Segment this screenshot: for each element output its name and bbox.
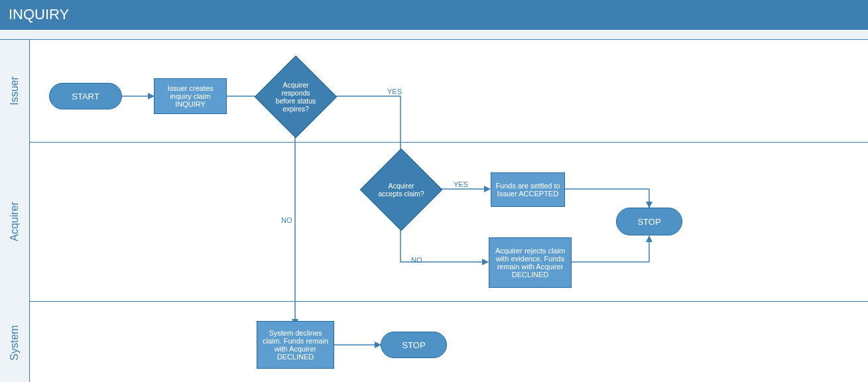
lane-label-issuer: Issuer xyxy=(0,40,30,142)
node-text: Acquirer responds before status expires? xyxy=(267,68,324,125)
start-terminator: START xyxy=(49,83,122,109)
swimlanes: Issuer Acquirer System xyxy=(0,40,868,382)
lane-label-text: System xyxy=(9,325,21,360)
system-declines-box: System declines claim. Funds remain with… xyxy=(257,321,334,369)
edge-label-no1: NO xyxy=(281,216,292,224)
funds-settled-box: Funds are settled to Issuer ACCEPTED xyxy=(491,172,565,207)
separator xyxy=(0,29,868,40)
lane-label-acquirer: Acquirer xyxy=(0,142,30,301)
acquirer-rejects-box: Acquirer rejects claim with evidence. Fu… xyxy=(489,237,572,288)
issuer-creates-box: Issuer creates inquiry claim INQUIRY xyxy=(154,78,227,114)
node-text: START xyxy=(72,92,99,101)
diagram-canvas: START Issuer creates inquiry claim INQUI… xyxy=(29,40,868,382)
node-text: Acquirer accepts claim? xyxy=(373,161,430,218)
node-text: Funds are settled to Issuer ACCEPTED xyxy=(494,182,562,198)
node-text: Acquirer rejects claim with evidence. Fu… xyxy=(492,247,568,279)
lane-label-text: Issuer xyxy=(9,76,21,105)
node-text: STOP xyxy=(637,217,660,227)
title-text: INQUIRY xyxy=(9,6,69,23)
edge-label-yes1: YES xyxy=(387,88,402,96)
edge-label-no2: NO xyxy=(411,256,422,264)
node-text: Issuer creates inquiry claim INQUIRY xyxy=(157,84,223,108)
acquirer-responds-decision: Acquirer responds before status expires? xyxy=(255,56,337,138)
stop-system-terminator: STOP xyxy=(381,332,447,358)
edge-label-yes2: YES xyxy=(454,180,468,188)
acquirer-accepts-decision: Acquirer accepts claim? xyxy=(360,149,442,231)
lane-label-system: System xyxy=(0,301,30,382)
page-title: INQUIRY xyxy=(0,0,868,29)
stop-acquirer-terminator: STOP xyxy=(616,208,682,235)
lane-label-text: Acquirer xyxy=(9,202,21,241)
node-text: STOP xyxy=(402,340,425,350)
node-text: System declines claim. Funds remain with… xyxy=(260,329,331,361)
